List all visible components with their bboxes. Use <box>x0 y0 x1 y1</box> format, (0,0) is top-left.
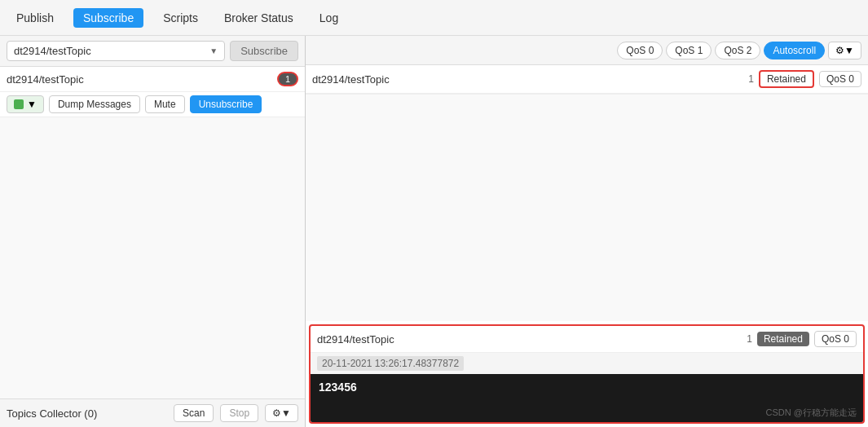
nav-log[interactable]: Log <box>313 8 345 28</box>
scan-button[interactable]: Scan <box>174 404 214 422</box>
subscribe-button[interactable]: Subscribe <box>230 41 298 61</box>
message-detail-header: dt2914/testTopic 1 Retained QoS 0 <box>311 326 863 353</box>
subscription-item: dt2914/testTopic 1 <box>0 67 305 92</box>
color-dropdown-arrow: ▼ <box>27 99 37 110</box>
message-badges: 1 Retained QoS 0 <box>748 70 861 88</box>
watermark: CSDN @行稳方能走远 <box>311 403 863 422</box>
message-count: 1 <box>748 73 754 85</box>
color-picker-button[interactable]: ▼ <box>7 95 44 113</box>
qos-group: QoS 0 QoS 1 QoS 2 Autoscroll ⚙▼ <box>617 42 861 59</box>
message-topic: dt2914/testTopic <box>312 73 390 86</box>
mute-button[interactable]: Mute <box>145 95 185 113</box>
nav-broker-status[interactable]: Broker Status <box>218 8 300 28</box>
left-panel: dt2914/testTopic ▼ Subscribe dt2914/test… <box>0 36 306 427</box>
detail-count: 1 <box>747 333 752 345</box>
detail-qos-badge: QoS 0 <box>814 331 857 347</box>
timestamp: 20-11-2021 13:26:17.48377872 <box>317 356 464 371</box>
message-header-section: dt2914/testTopic 1 Retained QoS 0 <box>306 65 868 95</box>
top-navigation: Publish Subscribe Scripts Broker Status … <box>0 0 868 36</box>
right-content-area: dt2914/testTopic 1 Retained QoS 0 dt2914… <box>306 65 868 427</box>
detail-topic: dt2914/testTopic <box>317 333 394 346</box>
message-detail-box: dt2914/testTopic 1 Retained QoS 0 20-11-… <box>309 324 865 424</box>
dump-messages-button[interactable]: Dump Messages <box>49 95 140 113</box>
right-settings-button[interactable]: ⚙▼ <box>828 42 861 59</box>
message-header: dt2914/testTopic 1 Retained QoS 0 <box>306 65 868 94</box>
right-spacer <box>306 95 868 321</box>
right-panel: QoS 0 QoS 1 QoS 2 Autoscroll ⚙▼ dt2914/t… <box>306 36 868 427</box>
subscription-left: dt2914/testTopic <box>7 73 84 86</box>
qos2-button[interactable]: QoS 2 <box>715 42 760 59</box>
stop-button[interactable]: Stop <box>220 404 258 422</box>
topics-collector-settings-button[interactable]: ⚙▼ <box>265 404 298 422</box>
topic-input-container[interactable]: dt2914/testTopic ▼ <box>7 41 225 61</box>
topics-collector: Topics Collector (0) Scan Stop ⚙▼ <box>0 398 305 427</box>
left-content-area <box>0 117 305 398</box>
topic-input-value: dt2914/testTopic <box>14 45 91 57</box>
qos1-button[interactable]: QoS 1 <box>666 42 712 59</box>
nav-publish[interactable]: Publish <box>10 8 60 28</box>
nav-subscribe[interactable]: Subscribe <box>73 8 143 28</box>
main-layout: dt2914/testTopic ▼ Subscribe dt2914/test… <box>0 36 868 427</box>
message-content: 123456 <box>311 374 863 403</box>
subscription-controls-bar: ▼ Dump Messages Mute Unsubscribe <box>0 92 305 117</box>
qos-badge: QoS 0 <box>819 71 861 87</box>
subscribe-bar: dt2914/testTopic ▼ Subscribe <box>0 36 305 67</box>
right-top-bar: QoS 0 QoS 1 QoS 2 Autoscroll ⚙▼ <box>306 36 868 65</box>
topic-dropdown-arrow[interactable]: ▼ <box>209 46 218 55</box>
retained-badge[interactable]: Retained <box>759 70 814 88</box>
topics-collector-label: Topics Collector (0) <box>7 407 97 420</box>
detail-badges: 1 Retained QoS 0 <box>747 331 857 347</box>
subscription-count-badge: 1 <box>277 72 298 86</box>
nav-scripts[interactable]: Scripts <box>156 8 205 28</box>
subscription-topic: dt2914/testTopic <box>7 73 84 86</box>
message-timestamp-row: 20-11-2021 13:26:17.48377872 <box>311 353 863 374</box>
unsubscribe-button[interactable]: Unsubscribe <box>190 95 262 113</box>
detail-retained-badge: Retained <box>757 332 809 346</box>
autoscroll-button[interactable]: Autoscroll <box>764 42 825 59</box>
color-swatch <box>14 99 24 109</box>
qos0-button[interactable]: QoS 0 <box>617 42 663 59</box>
